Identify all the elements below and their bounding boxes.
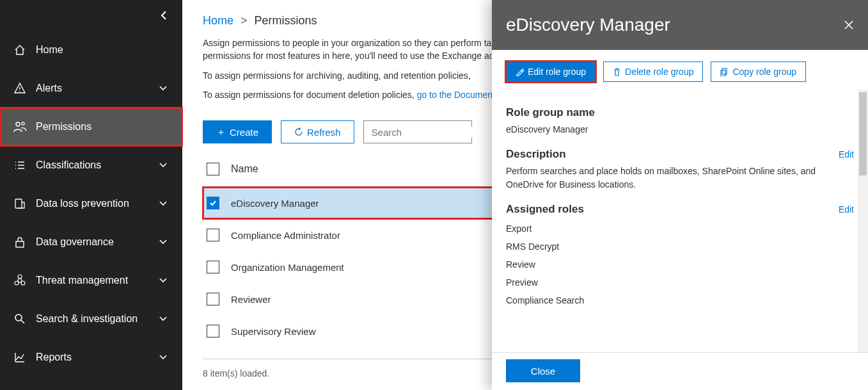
- sidebar-item-threat[interactable]: Threat management: [0, 261, 182, 300]
- svg-rect-11: [721, 70, 725, 76]
- sidebar-item-home[interactable]: Home: [0, 31, 182, 69]
- role-group-name-section: Role group name eDiscovery Manager: [506, 106, 854, 136]
- row-name: eDiscovery Manager: [231, 198, 319, 209]
- details-panel: eDiscovery Manager Edit role group Delet…: [492, 0, 868, 390]
- edit-role-group-button[interactable]: Edit role group: [506, 61, 596, 82]
- sidebar-item-permissions[interactable]: Permissions: [0, 108, 182, 146]
- button-label: Copy role group: [732, 67, 796, 77]
- chevron-left-icon: [161, 11, 167, 20]
- breadcrumb-separator: >: [241, 14, 248, 27]
- copy-role-group-button[interactable]: Copy role group: [711, 61, 806, 82]
- button-label: Delete role group: [625, 67, 693, 77]
- delete-role-group-button[interactable]: Delete role group: [603, 61, 703, 82]
- role-group-name-value: eDiscovery Manager: [506, 123, 854, 136]
- button-label: Create: [230, 127, 258, 138]
- column-name[interactable]: Name: [231, 163, 258, 175]
- description-value: Perform searches and place holds on mail…: [506, 165, 854, 191]
- copy-icon: [720, 68, 729, 76]
- sidebar-item-label: Threat management: [36, 275, 159, 286]
- svg-rect-10: [722, 69, 727, 74]
- sidebar-item-alerts[interactable]: Alerts: [0, 69, 182, 108]
- row-checkbox[interactable]: [207, 325, 219, 337]
- row-name: Organization Management: [231, 262, 344, 273]
- close-icon[interactable]: [844, 20, 854, 30]
- breadcrumb-current: Permissions: [255, 14, 317, 27]
- biohazard-icon: [12, 274, 28, 287]
- sidebar-item-label: Home: [36, 44, 172, 56]
- row-checkbox[interactable]: [207, 229, 219, 241]
- panel-actions: Edit role group Delete role group Copy r…: [492, 50, 868, 90]
- list-icon: [12, 159, 28, 172]
- sidebar-collapse-button[interactable]: [0, 0, 182, 31]
- plus-icon: ＋: [216, 126, 226, 138]
- svg-point-6: [15, 281, 19, 285]
- row-name: Reviewer: [231, 294, 271, 305]
- svg-point-5: [18, 275, 22, 279]
- close-button[interactable]: Close: [506, 359, 580, 382]
- refresh-icon: [294, 127, 303, 136]
- search-icon: [12, 313, 28, 325]
- row-checkbox[interactable]: [207, 197, 219, 209]
- sidebar-item-label: Data governance: [36, 236, 159, 248]
- sidebar-item-label: Reports: [36, 352, 159, 363]
- chevron-down-icon: [159, 316, 172, 321]
- chevron-down-icon: [159, 240, 172, 245]
- row-checkbox[interactable]: [207, 293, 219, 305]
- button-label: Edit role group: [528, 67, 586, 77]
- role-item: Review: [506, 256, 854, 273]
- row-checkbox[interactable]: [207, 261, 219, 273]
- alert-icon: [12, 82, 28, 95]
- sidebar-item-dlp[interactable]: Data loss prevention: [0, 184, 182, 223]
- sidebar-item-classifications[interactable]: Classifications: [0, 146, 182, 184]
- chevron-down-icon: [159, 86, 172, 91]
- sidebar-item-label: Permissions: [36, 121, 172, 133]
- section-title: Assigned roles: [506, 203, 584, 216]
- svg-point-0: [16, 122, 20, 126]
- intro-text: To assign permissions for document delet…: [203, 90, 417, 100]
- sidebar-item-governance[interactable]: Data governance: [0, 223, 182, 261]
- edit-roles-link[interactable]: Edit: [839, 204, 854, 215]
- pencil-icon: [516, 68, 524, 76]
- create-button[interactable]: ＋ Create: [203, 120, 272, 143]
- dlp-icon: [12, 197, 28, 210]
- button-label: Refresh: [307, 127, 341, 138]
- row-name: Supervisory Review: [231, 326, 316, 337]
- role-item: Preview: [506, 273, 854, 291]
- search-input[interactable]: [372, 127, 493, 138]
- sidebar-item-label: Search & investigation: [36, 313, 159, 325]
- svg-rect-3: [16, 241, 24, 247]
- sidebar-item-reports[interactable]: Reports: [0, 338, 182, 377]
- sidebar: Home Alerts Permissions Classifications …: [0, 0, 182, 390]
- chevron-down-icon: [159, 278, 172, 283]
- role-item: Export: [506, 220, 854, 238]
- svg-point-7: [21, 281, 25, 285]
- description-section: Description Edit Perform searches and pl…: [506, 148, 854, 191]
- section-title: Description: [506, 148, 566, 161]
- scrollbar-thumb[interactable]: [859, 92, 867, 175]
- select-all-checkbox[interactable]: [207, 163, 219, 175]
- lock-icon: [12, 236, 28, 248]
- section-title: Role group name: [506, 106, 854, 119]
- chevron-down-icon: [159, 201, 172, 206]
- scrollbar-track[interactable]: [858, 90, 868, 352]
- trash-icon: [613, 68, 621, 76]
- panel-body: Role group name eDiscovery Manager Descr…: [492, 90, 868, 352]
- panel-header: eDiscovery Manager: [492, 0, 868, 50]
- refresh-button[interactable]: Refresh: [281, 120, 354, 143]
- role-item: Compliance Search: [506, 291, 854, 309]
- svg-point-1: [22, 122, 24, 125]
- assigned-roles-list: Export RMS Decrypt Review Preview Compli…: [506, 220, 854, 309]
- sidebar-item-search[interactable]: Search & investigation: [0, 300, 182, 338]
- role-item: RMS Decrypt: [506, 238, 854, 256]
- home-icon: [12, 44, 28, 56]
- edit-description-link[interactable]: Edit: [839, 149, 854, 159]
- svg-point-8: [15, 314, 22, 321]
- row-name: Compliance Administrator: [231, 230, 340, 241]
- chevron-down-icon: [159, 163, 172, 168]
- breadcrumb-root[interactable]: Home: [203, 14, 233, 27]
- chart-icon: [12, 351, 28, 364]
- search-box[interactable]: [363, 120, 472, 143]
- people-icon: [12, 120, 28, 133]
- svg-rect-2: [15, 199, 22, 208]
- assigned-roles-section: Assigned roles Edit Export RMS Decrypt R…: [506, 203, 854, 309]
